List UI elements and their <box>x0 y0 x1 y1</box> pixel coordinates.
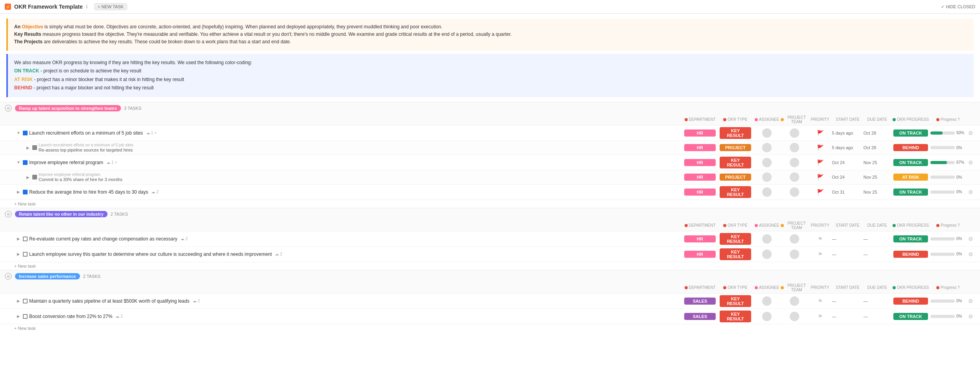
okr-progress-dot <box>893 118 896 121</box>
header-info-icon: ℹ <box>86 4 88 9</box>
expand-button[interactable]: ▶ <box>16 298 21 304</box>
expand-button[interactable]: ▶ <box>16 251 21 257</box>
priority-flag: 🚩 <box>817 174 824 180</box>
task-checkbox[interactable] <box>23 190 28 194</box>
task-row: ▶ Launch recruitment efforts on a minimu… <box>0 141 980 155</box>
dept-badge: HR <box>684 129 716 137</box>
group-sales-performance: ○ Increase sales performance 2 TASKS DEP… <box>0 270 980 332</box>
expand-button[interactable]: ▶ <box>16 314 21 319</box>
expand-button[interactable]: ▶ <box>16 236 21 242</box>
project-team-avatar <box>790 234 799 244</box>
task-text: Commit to a 30% share of hire for 3 mont… <box>39 177 122 182</box>
projects-label: The Projects <box>14 39 43 44</box>
dept-badge: HR <box>684 251 716 258</box>
progress-pct-text: 0% <box>956 299 966 303</box>
dept-badge: SALES <box>684 298 716 305</box>
expand-button[interactable]: ▶ <box>16 189 21 195</box>
hide-closed-button[interactable]: ✓ HIDE CLOSED <box>941 4 975 9</box>
add-task-link[interactable]: + New task <box>0 200 980 208</box>
new-task-button[interactable]: + NEW TASK <box>94 3 127 10</box>
gear-icon[interactable]: ⚙ <box>968 130 973 136</box>
assignee-avatar <box>762 296 772 306</box>
assignee-dot <box>755 286 758 289</box>
task-meta: ☁ 2 <box>180 237 187 241</box>
group2-col-headers: DEPARTMENT OKR TYPE ASSIGNEE PROJECT TEA… <box>0 220 980 231</box>
expand-button[interactable]: ▼ <box>16 130 21 136</box>
gear-icon[interactable]: ⚙ <box>968 236 973 242</box>
task-checkbox[interactable] <box>23 160 28 165</box>
okr-status: BEHIND <box>893 298 928 305</box>
start-date: — <box>832 237 836 241</box>
task-checkbox[interactable] <box>23 237 28 241</box>
group3-toggle[interactable]: ○ <box>5 273 12 280</box>
expand-button[interactable]: ▶ <box>25 174 31 180</box>
gear-icon[interactable]: ⚙ <box>968 251 973 257</box>
project-team-dot <box>781 286 784 289</box>
project-team-avatar <box>790 250 799 259</box>
gear-icon[interactable]: ⚙ <box>968 189 973 195</box>
gear-icon[interactable]: ⚙ <box>968 159 973 166</box>
project-team-avatar <box>790 172 799 182</box>
behind-text: - project has a major blocker and not hi… <box>33 85 154 91</box>
assignee-avatar <box>762 158 772 167</box>
task-row: ▶ Launch employee survey this quarter to… <box>0 247 980 262</box>
group1-col-headers: DEPARTMENT OKR TYPE ASSIGNEE PROJECT TEA… <box>0 114 980 126</box>
gear-icon[interactable]: ⚙ <box>968 313 973 320</box>
color-coding-intro: We also measure OKR progress by knowing … <box>14 59 967 67</box>
group2-badge: Retain talent like no other in our indus… <box>15 211 108 217</box>
header-title: OKR Framework Template <box>14 4 83 10</box>
type-badge: PROJECT <box>720 174 751 181</box>
task-text: Reduce the average time to hire from 45 … <box>29 189 148 195</box>
progress-fill <box>930 161 947 164</box>
progress-cell: 0% <box>930 314 966 318</box>
assignee-avatar <box>762 172 772 182</box>
add-task-link[interactable]: + New task <box>0 324 980 332</box>
expand-button[interactable]: ▼ <box>16 160 21 165</box>
task-meta: ☁ 2 <box>151 190 158 194</box>
group1-toggle[interactable]: ○ <box>5 105 12 112</box>
assignee-avatar <box>762 143 772 152</box>
task-checkbox[interactable] <box>32 175 37 179</box>
task-meta: ☁ 2 <box>193 299 200 303</box>
progress-pct-text: 0% <box>956 175 966 179</box>
due-date: Nov 25 <box>863 175 877 179</box>
task-checkbox[interactable] <box>23 299 28 303</box>
assignee-avatar <box>762 234 772 244</box>
task-meta: ☁ 2 <box>115 314 122 318</box>
task-checkbox[interactable] <box>23 314 28 319</box>
assignee-dot <box>755 118 758 121</box>
progress-pct-dot <box>936 118 939 121</box>
progress-cell: 0% <box>930 252 966 256</box>
okr-status: ON TRACK <box>893 313 928 320</box>
group-retain-talent: ○ Retain talent like no other in our ind… <box>0 208 980 270</box>
task-checkbox[interactable] <box>32 145 37 150</box>
due-date: — <box>863 299 868 303</box>
objective-text: is simply what must be done. Objectives … <box>45 24 442 30</box>
project-team-dot <box>781 224 784 227</box>
assignee-avatar <box>762 187 772 197</box>
priority-flag: 🚩 <box>817 159 824 166</box>
group3-col-headers: DEPARTMENT OKR TYPE ASSIGNEE PROJECT TEA… <box>0 282 980 294</box>
task-text: Re-evaluate current pay rates and change… <box>29 236 177 242</box>
header-icon: ⚡ <box>5 4 11 10</box>
okr-status: BEHIND <box>893 251 928 258</box>
progress-cell: 67% <box>930 160 966 165</box>
start-date: 5 days ago <box>832 131 853 135</box>
assignee-avatar <box>762 312 772 321</box>
task-meta: ☁ 1 + <box>146 131 157 135</box>
task-row: ▶ Re-evaluate current pay rates and chan… <box>0 231 980 247</box>
task-name-cell: ▶ Launch employee survey this quarter to… <box>5 251 682 257</box>
subtask-label: Launch recruitment efforts on a minimum … <box>39 143 133 147</box>
add-task-link[interactable]: + New task <box>0 262 980 270</box>
task-checkbox[interactable] <box>23 252 28 257</box>
expand-button[interactable]: ▶ <box>25 145 31 150</box>
gear-icon[interactable]: ⚙ <box>968 298 973 304</box>
progress-pct-text: 0% <box>956 190 966 194</box>
info-section: An Objective is simply what must be done… <box>0 14 980 102</box>
due-date: Nov 25 <box>863 160 877 165</box>
type-dot <box>723 286 726 289</box>
task-checkbox[interactable] <box>23 131 28 135</box>
group2-toggle[interactable]: ○ <box>5 211 12 218</box>
task-name-cell: ▶ Boost conversion rate from 22% to 27% … <box>5 314 682 319</box>
task-text: Maintain a quarterly sales pipeline of a… <box>29 298 189 304</box>
